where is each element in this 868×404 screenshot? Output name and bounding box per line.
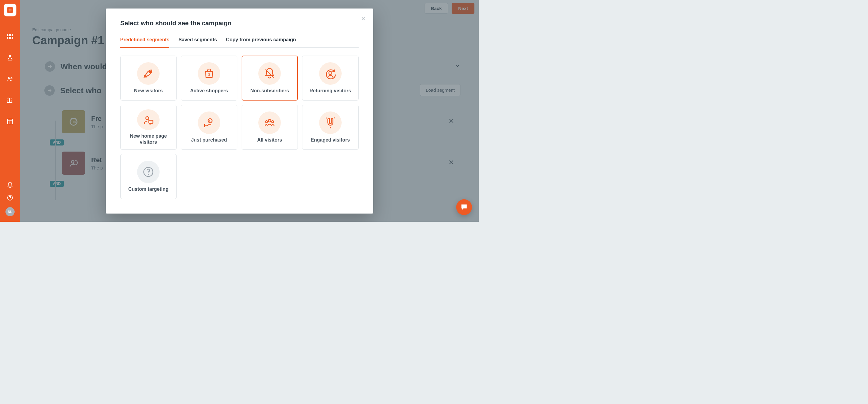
svg-rect-8 [11, 37, 12, 39]
magnet-icon [319, 111, 342, 134]
select-segment-modal: Select who should see the campaign Prede… [106, 8, 373, 213]
svg-rect-7 [8, 37, 9, 39]
segment-just-purchased[interactable]: $ Just purchased [181, 105, 237, 150]
segment-label: Custom targeting [128, 186, 168, 192]
segment-label: Returning visitors [309, 88, 351, 94]
svg-text:$: $ [208, 72, 210, 76]
returning-user-icon [319, 62, 342, 85]
svg-point-21 [146, 116, 149, 120]
segment-label: Non-subscribers [250, 88, 289, 94]
svg-point-10 [11, 77, 12, 79]
nav-audience-icon[interactable] [0, 70, 20, 88]
svg-rect-6 [11, 34, 12, 36]
segment-engaged-visitors[interactable]: Engaged visitors [302, 105, 359, 150]
svg-point-13 [10, 199, 10, 199]
segment-returning-visitors[interactable]: Returning visitors [302, 56, 359, 101]
segment-label: Active shoppers [190, 88, 228, 94]
svg-point-27 [272, 121, 274, 123]
close-icon[interactable] [361, 16, 366, 23]
svg-point-4 [10, 10, 11, 11]
hand-coin-icon: $ [198, 111, 220, 134]
segment-custom-targeting[interactable]: Custom targeting [120, 154, 177, 199]
svg-point-26 [266, 121, 268, 123]
rocket-icon [137, 62, 160, 85]
svg-point-2 [10, 8, 11, 10]
chat-fab[interactable] [456, 199, 472, 215]
segment-label: Just purchased [191, 137, 227, 143]
user-message-icon [137, 109, 160, 130]
avatar[interactable]: NL [5, 207, 14, 216]
nav-notifications-icon[interactable] [0, 182, 20, 188]
tab-predefined-segments[interactable]: Predefined segments [120, 37, 169, 48]
segment-label: All visitors [257, 137, 282, 143]
svg-point-20 [329, 71, 332, 74]
sidebar-bottom: NL [0, 182, 20, 222]
svg-rect-11 [8, 119, 13, 124]
svg-point-25 [268, 120, 271, 122]
nav-experiments-icon[interactable] [0, 48, 20, 67]
shopping-bag-icon: $ [198, 62, 220, 85]
segment-label: Engaged visitors [311, 137, 350, 143]
tab-saved-segments[interactable]: Saved segments [178, 37, 217, 48]
modal-tabs: Predefined segments Saved segments Copy … [120, 37, 359, 48]
logo[interactable] [4, 4, 17, 16]
svg-point-29 [148, 174, 149, 175]
nav-layout-icon[interactable] [0, 112, 20, 131]
sidebar: NL [0, 0, 20, 222]
tab-copy-previous[interactable]: Copy from previous campaign [226, 37, 296, 48]
segment-new-visitors[interactable]: New visitors [120, 56, 177, 101]
svg-text:$: $ [209, 120, 211, 123]
nav-analytics-icon[interactable] [0, 91, 20, 109]
segment-active-shoppers[interactable]: $ Active shoppers [181, 56, 237, 101]
svg-point-17 [149, 71, 151, 73]
svg-point-9 [8, 77, 10, 79]
segment-label: New visitors [134, 88, 163, 94]
segment-new-home-visitors[interactable]: New home page visitors [120, 105, 177, 150]
modal-title: Select who should see the campaign [120, 20, 359, 27]
svg-rect-0 [7, 7, 13, 13]
bell-off-icon [258, 62, 281, 85]
group-icon [258, 111, 281, 134]
question-icon [137, 161, 160, 183]
svg-rect-22 [149, 120, 153, 123]
svg-point-1 [8, 8, 10, 10]
nav-help-icon[interactable] [0, 194, 20, 201]
segment-all-visitors[interactable]: All visitors [242, 105, 298, 150]
segments-grid: New visitors $ Active shoppers Non-subsc… [120, 56, 359, 199]
segment-label: New home page visitors [125, 133, 172, 145]
svg-rect-5 [8, 34, 9, 36]
nav-dashboard-icon[interactable] [0, 27, 20, 45]
svg-point-3 [8, 10, 10, 11]
segment-non-subscribers[interactable]: Non-subscribers [242, 56, 298, 101]
